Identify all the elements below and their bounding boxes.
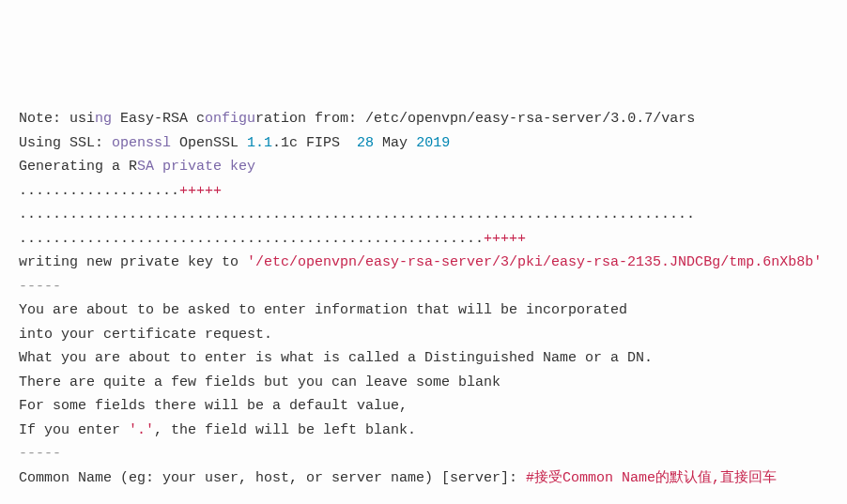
- line-info5: For some fields there will be a default …: [19, 394, 828, 419]
- line-info3: What you are about to enter is what is c…: [19, 346, 828, 371]
- line-dots1: ...................+++++: [19, 179, 828, 204]
- line-dots3: ........................................…: [19, 227, 828, 252]
- line-ssl: Using SSL: openssl OpenSSL 1.1.1c FIPS 2…: [19, 131, 828, 156]
- line-common-name: Common Name (eg: your user, host, or ser…: [19, 466, 828, 491]
- line-dots2: ........................................…: [19, 203, 828, 227]
- terminal-output: Note: using Easy-RSA configuration from:…: [19, 107, 828, 490]
- line-info4: There are quite a few fields but you can…: [19, 371, 828, 395]
- line-dashes2: -----: [19, 442, 828, 466]
- line-generating: Generating a RSA private key: [19, 155, 828, 179]
- line-dashes1: -----: [19, 275, 828, 299]
- line-info6: If you enter '.', the field will be left…: [19, 419, 828, 443]
- line-info1: You are about to be asked to enter infor…: [19, 298, 828, 323]
- line-note: Note: using Easy-RSA configuration from:…: [19, 107, 828, 131]
- line-info2: into your certificate request.: [19, 323, 828, 347]
- line-writing: writing new private key to '/etc/openvpn…: [19, 251, 828, 275]
